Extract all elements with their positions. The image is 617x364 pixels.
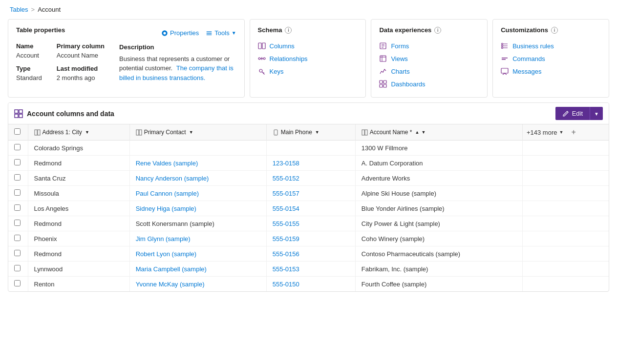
name-value: Account — [16, 52, 42, 59]
row-checkbox[interactable] — [14, 174, 21, 181]
views-icon — [379, 55, 387, 62]
views-link[interactable]: Views — [379, 52, 479, 65]
account-cell: Fabrikam, Inc. (sample) — [355, 262, 522, 277]
account-sort-asc-icon[interactable]: ▲ — [415, 130, 420, 135]
city-cell: Santa Cruz — [28, 171, 129, 186]
charts-link[interactable]: Charts — [379, 65, 479, 78]
svg-rect-14 — [380, 56, 386, 61]
table-body: Colorado Springs1300 W FillmoreRedmondRe… — [8, 141, 609, 292]
select-all-checkbox[interactable] — [14, 128, 21, 135]
phone-cell[interactable]: 555-0150 — [266, 277, 355, 292]
svg-rect-39 — [362, 130, 364, 135]
account-cell: Coho Winery (sample) — [355, 231, 522, 246]
contact-cell[interactable]: Sidney Higa (sample) — [129, 201, 266, 216]
account-col-icon — [362, 129, 368, 136]
data-exp-info-icon[interactable]: i — [434, 27, 441, 34]
svg-rect-18 — [383, 81, 386, 83]
table-row: LynnwoodMaria Campbell (sample)555-0153F… — [8, 262, 609, 277]
svg-rect-0 — [207, 31, 212, 32]
svg-rect-32 — [15, 114, 18, 118]
columns-icon — [258, 42, 266, 50]
contact-cell[interactable]: Nancy Anderson (sample) — [129, 171, 266, 186]
phone-cell[interactable]: 555-0157 — [266, 186, 355, 201]
contact-cell[interactable]: Paul Cannon (sample) — [129, 186, 266, 201]
type-value: Standard — [16, 74, 42, 81]
phone-cell[interactable]: 555-0159 — [266, 231, 355, 246]
row-checkbox[interactable] — [14, 235, 21, 241]
forms-link[interactable]: Forms — [379, 40, 479, 52]
contact-dropdown-icon[interactable]: ▼ — [189, 130, 193, 135]
row-checkbox[interactable] — [14, 250, 21, 256]
breadcrumb-parent[interactable]: Tables — [10, 6, 28, 13]
business-rules-link[interactable]: Business rules — [501, 40, 601, 52]
svg-point-25 — [502, 47, 503, 49]
custom-info-icon[interactable]: i — [551, 27, 558, 34]
business-rules-icon — [501, 42, 509, 50]
add-column-button[interactable]: + — [567, 125, 579, 140]
contact-cell[interactable]: Jim Glynn (sample) — [129, 231, 266, 246]
schema-title: Schema i — [258, 26, 358, 34]
columns-link[interactable]: Columns — [258, 40, 358, 52]
contact-cell: Scott Konersmann (sample) — [129, 216, 266, 231]
table-header-row: Address 1: City ▼ Primary Contact ▼ — [8, 124, 609, 141]
phone-dropdown-icon[interactable]: ▼ — [315, 130, 319, 135]
keys-link[interactable]: Keys — [258, 65, 358, 78]
phone-cell[interactable]: 555-0156 — [266, 246, 355, 262]
phone-cell[interactable]: 555-0155 — [266, 216, 355, 231]
account-cell: A. Datum Corporation — [355, 156, 522, 171]
phone-cell[interactable]: 555-0152 — [266, 171, 355, 186]
commands-link[interactable]: Commands — [501, 52, 601, 65]
row-checkbox[interactable] — [14, 159, 21, 165]
row-checkbox[interactable] — [14, 265, 21, 271]
schema-info-icon[interactable]: i — [285, 27, 292, 34]
row-checkbox-cell — [8, 186, 28, 201]
svg-rect-28 — [502, 59, 506, 60]
more-columns-button[interactable]: +143 more ▼ — [523, 126, 567, 139]
svg-rect-31 — [19, 110, 22, 113]
row-checkbox[interactable] — [14, 204, 21, 211]
dashboards-link[interactable]: Dashboards — [379, 78, 479, 90]
svg-rect-29 — [501, 68, 508, 73]
city-dropdown-icon[interactable]: ▼ — [85, 130, 89, 135]
row-checkbox[interactable] — [14, 189, 21, 196]
header-city: Address 1: City ▼ — [28, 124, 129, 141]
city-cell: Los Angeles — [28, 201, 129, 216]
row-checkbox-cell — [8, 216, 28, 231]
contact-cell[interactable]: Rene Valdes (sample) — [129, 156, 266, 171]
grid-icon — [14, 109, 23, 118]
phone-cell[interactable]: 555-0154 — [266, 201, 355, 216]
row-checkbox[interactable] — [14, 220, 21, 226]
primary-col-value: Account Name — [57, 52, 105, 59]
edit-button[interactable]: Edit — [555, 107, 590, 120]
header-contact: Primary Contact ▼ — [129, 124, 266, 141]
row-checkbox[interactable] — [14, 280, 21, 286]
svg-rect-35 — [38, 130, 40, 135]
contact-cell[interactable]: Yvonne McKay (sample) — [129, 277, 266, 292]
account-dropdown-icon[interactable]: ▼ — [421, 130, 426, 135]
city-cell: Colorado Springs — [28, 141, 129, 156]
keys-icon — [258, 67, 266, 75]
contact-cell[interactable]: Robert Lyon (sample) — [129, 246, 266, 262]
breadcrumb-separator: > — [31, 6, 35, 13]
table-row: Santa CruzNancy Anderson (sample)555-015… — [8, 171, 609, 186]
breadcrumb-current: Account — [38, 6, 61, 13]
contact-col-icon — [136, 129, 142, 136]
edit-dropdown-button[interactable]: ▼ — [590, 107, 603, 120]
table-row: PhoenixJim Glynn (sample)555-0159Coho Wi… — [8, 231, 609, 246]
svg-rect-20 — [383, 84, 386, 87]
phone-cell[interactable]: 555-0153 — [266, 262, 355, 277]
tools-link[interactable]: Tools ▼ — [206, 29, 236, 37]
properties-link[interactable]: Properties — [161, 29, 199, 37]
contact-cell[interactable]: Maria Campbell (sample) — [129, 262, 266, 277]
svg-rect-33 — [19, 114, 22, 118]
svg-rect-36 — [136, 130, 139, 135]
gear-icon — [161, 30, 168, 37]
relationships-link[interactable]: Relationships — [258, 52, 358, 65]
messages-link[interactable]: Messages — [501, 65, 601, 78]
row-checkbox[interactable] — [14, 144, 21, 150]
forms-icon — [379, 42, 387, 50]
svg-rect-3 — [258, 43, 261, 49]
extra-cell — [522, 186, 609, 201]
svg-rect-4 — [262, 43, 265, 49]
phone-cell[interactable]: 123-0158 — [266, 156, 355, 171]
